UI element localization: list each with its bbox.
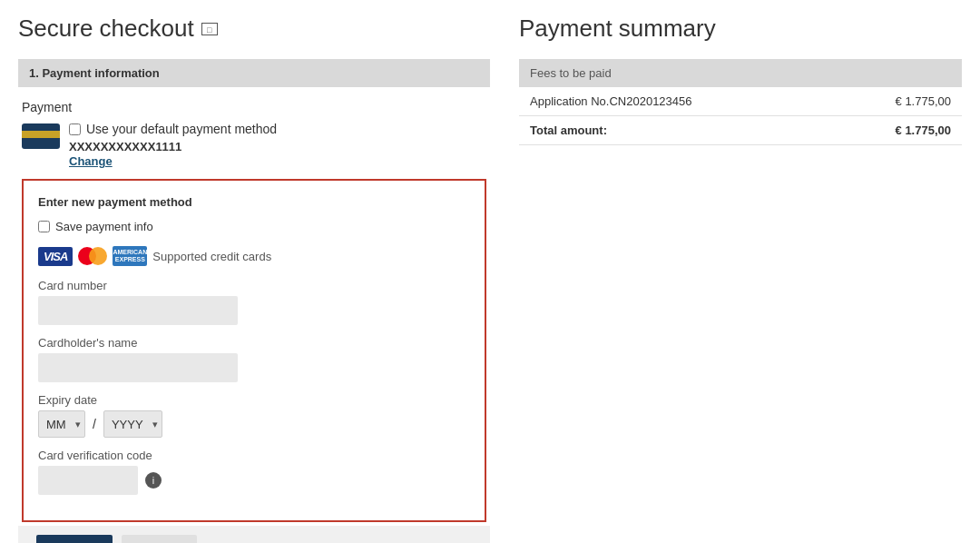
default-payment-row: Use your default payment method XXXXXXXX… [22,122,486,168]
total-label: Total amount: [519,116,830,145]
action-buttons: Submit Cancel [18,526,490,543]
credit-cards-row: VISA AMERICANEXPRESS Supported credit ca… [38,246,470,266]
card-number-label: Card number [38,279,470,292]
payment-summary-title: Payment summary [519,15,962,43]
section1-header: 1. Payment information [18,59,490,87]
card-icon [22,123,60,149]
cvv-row: i [38,466,470,495]
application-label: Application No.CN2020123456 [519,87,830,116]
mc-right-circle [89,247,107,265]
yyyy-select[interactable]: YYYY 202420252026 202720282029 2030 [103,410,162,438]
save-payment-label: Save payment info [55,220,153,233]
default-payment-checkbox[interactable] [69,123,81,135]
visa-logo: VISA [38,247,73,266]
save-payment-checkbox[interactable] [38,221,50,232]
title-text: Secure checkout [18,15,194,43]
amex-logo: AMERICANEXPRESS [113,246,147,266]
mastercard-logo [78,247,107,265]
cardholder-label: Cardholder's name [38,336,470,350]
card-number-masked: XXXXXXXXXXX1111 [69,140,277,153]
expiry-label: Expiry date [38,393,470,407]
expiry-row: MM 010203 040506 070809 101112 / YYYY [38,410,470,438]
cancel-button[interactable]: Cancel [122,535,198,543]
cvv-input[interactable] [38,466,138,495]
mm-select[interactable]: MM 010203 040506 070809 101112 [38,410,85,438]
supported-cards-label: Supported credit cards [152,250,271,263]
total-row: Total amount: € 1.775,00 [519,116,962,145]
cardholder-input[interactable] [38,353,238,382]
page-title: Secure checkout □ [18,15,490,43]
right-panel: Payment summary Fees to be paid Applicat… [519,15,962,543]
cardholder-group: Cardholder's name [38,336,470,382]
expiry-separator: / [93,417,96,431]
mm-select-wrapper: MM 010203 040506 070809 101112 [38,410,85,438]
default-checkbox-label: Use your default payment method [86,122,277,136]
new-payment-title: Enter new payment method [38,195,470,209]
change-link[interactable]: Change [69,154,113,168]
title-icon: □ [201,23,218,35]
card-number-group: Card number [38,279,470,325]
left-panel: Secure checkout □ 1. Payment information… [18,15,490,543]
fees-table: Application No.CN2020123456 € 1.775,00 T… [519,87,962,145]
fees-header: Fees to be paid [519,59,962,87]
expiry-group: Expiry date MM 010203 040506 070809 1011… [38,393,470,438]
yyyy-select-wrapper: YYYY 202420252026 202720282029 2030 [103,410,162,438]
new-payment-box: Enter new payment method Save payment in… [22,179,486,522]
save-payment-row: Save payment info [38,220,470,233]
card-number-input[interactable] [38,296,238,325]
application-amount: € 1.775,00 [830,87,962,116]
table-row: Application No.CN2020123456 € 1.775,00 [519,87,962,116]
cvv-group: Card verification code i [38,449,470,495]
cvv-label: Card verification code [38,449,470,462]
payment-label: Payment [22,100,486,114]
info-icon[interactable]: i [145,472,162,489]
submit-button[interactable]: Submit [36,535,113,543]
total-amount: € 1.775,00 [830,116,962,145]
